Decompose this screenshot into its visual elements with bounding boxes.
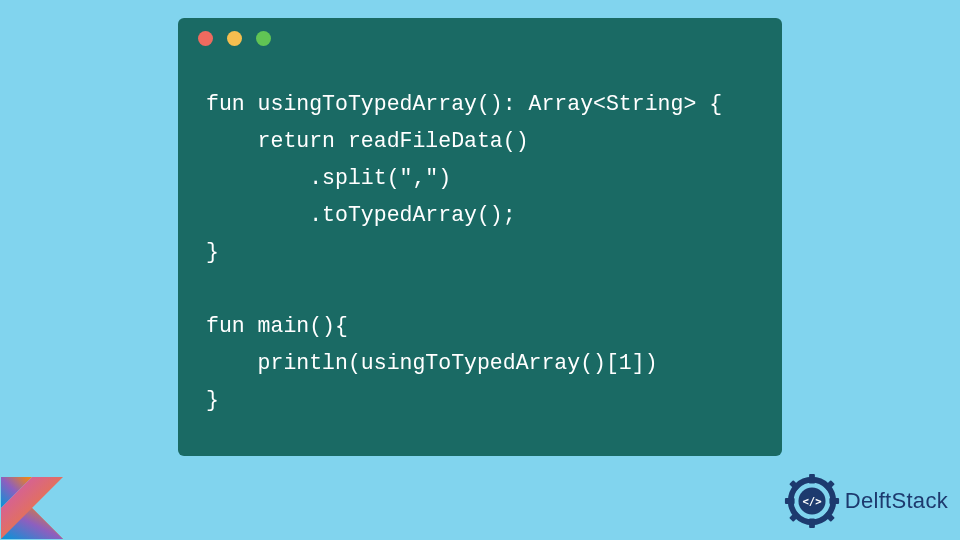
svg-rect-5 <box>809 518 815 528</box>
code-line: .toTypedArray(); <box>206 203 516 227</box>
svg-rect-7 <box>829 498 839 504</box>
gear-icon: </> <box>783 472 841 530</box>
delftstack-logo: </> DelftStack <box>783 472 948 530</box>
svg-text:</>: </> <box>802 495 821 508</box>
close-icon <box>198 31 213 46</box>
code-line: .split(",") <box>206 166 451 190</box>
code-line: fun main(){ <box>206 314 348 338</box>
zoom-icon <box>256 31 271 46</box>
svg-rect-6 <box>785 498 795 504</box>
window-titlebar <box>178 18 782 58</box>
code-line: return readFileData() <box>206 129 529 153</box>
code-line: } <box>206 388 219 412</box>
svg-rect-4 <box>809 474 815 484</box>
delftstack-label: DelftStack <box>845 488 948 514</box>
code-window: fun usingToTypedArray(): Array<String> {… <box>178 18 782 456</box>
kotlin-logo-icon <box>1 477 63 539</box>
minimize-icon <box>227 31 242 46</box>
code-line: fun usingToTypedArray(): Array<String> { <box>206 92 722 116</box>
code-line: } <box>206 240 219 264</box>
code-block: fun usingToTypedArray(): Array<String> {… <box>178 58 782 439</box>
code-line: println(usingToTypedArray()[1]) <box>206 351 658 375</box>
